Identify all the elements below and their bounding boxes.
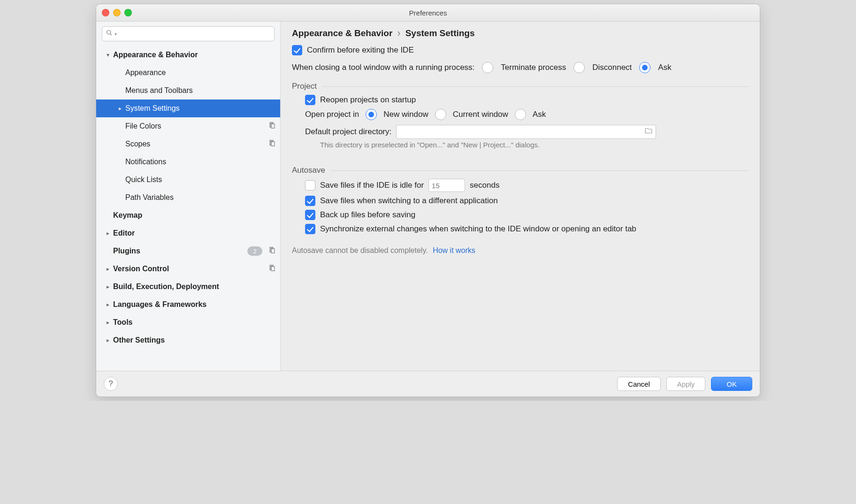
apply-button[interactable]: Apply xyxy=(666,377,706,391)
divider xyxy=(331,170,749,171)
settings-search[interactable]: ▾ xyxy=(102,26,275,41)
open-in-new-window-label: New window xyxy=(383,110,428,119)
close-tool-window-label: When closing a tool window with a runnin… xyxy=(292,63,474,72)
settings-sidebar: ▾ ▾Appearance & BehaviorAppearanceMenus … xyxy=(96,22,281,371)
sidebar-item-menus-and-toolbars[interactable]: Menus and Toolbars xyxy=(96,82,280,99)
autosave-note-text: Autosave cannot be disabled completely. xyxy=(292,246,428,254)
close-tw-terminate-label: Terminate process xyxy=(501,63,566,72)
open-in-current-window-label: Current window xyxy=(453,110,508,119)
sidebar-item-label: Appearance xyxy=(125,69,275,77)
per-project-settings-icon xyxy=(268,264,275,274)
chevron-right-icon[interactable]: ▸ xyxy=(115,105,125,112)
open-in-ask-radio[interactable] xyxy=(515,109,526,120)
default-dir-field[interactable] xyxy=(396,125,656,139)
sidebar-item-label: Quick Lists xyxy=(125,176,275,184)
sidebar-item-notifications[interactable]: Notifications xyxy=(96,153,280,171)
project-section-header: Project xyxy=(292,82,749,91)
autosave-idle-checkbox[interactable] xyxy=(305,180,315,191)
chevron-right-icon[interactable]: ▸ xyxy=(103,230,113,237)
autosave-idle-seconds-input[interactable] xyxy=(428,179,465,192)
autosave-sync-checkbox[interactable] xyxy=(305,224,315,234)
close-tw-disconnect-radio[interactable] xyxy=(573,62,585,73)
sidebar-item-label: Menus and Toolbars xyxy=(125,86,275,95)
sidebar-item-label: Version Control xyxy=(113,265,268,273)
sidebar-item-version-control[interactable]: ▸Version Control xyxy=(96,260,280,278)
autosave-switch-app-checkbox[interactable] xyxy=(305,196,315,206)
autosave-section-header: Autosave xyxy=(292,166,749,175)
search-dropdown-icon[interactable]: ▾ xyxy=(115,31,117,37)
sidebar-item-plugins[interactable]: Plugins2 xyxy=(96,242,280,260)
sidebar-item-build-execution-deployment[interactable]: ▸Build, Execution, Deployment xyxy=(96,278,280,296)
sidebar-item-quick-lists[interactable]: Quick Lists xyxy=(96,171,280,189)
sidebar-item-label: Path Variables xyxy=(125,193,275,202)
reopen-projects-label: Reopen projects on startup xyxy=(320,95,416,105)
autosave-switch-app-label: Save files when switching to a different… xyxy=(320,196,498,206)
sidebar-item-appearance-behavior[interactable]: ▾Appearance & Behavior xyxy=(96,46,280,64)
default-dir-label: Default project directory: xyxy=(305,127,391,137)
sidebar-item-tools[interactable]: ▸Tools xyxy=(96,313,280,331)
chevron-right-icon[interactable]: ▸ xyxy=(103,283,113,290)
sidebar-item-file-colors[interactable]: File Colors xyxy=(96,117,280,135)
open-in-new-window-radio[interactable] xyxy=(366,109,377,120)
open-in-current-window-radio[interactable] xyxy=(435,109,446,120)
sidebar-item-label: Keymap xyxy=(113,211,275,220)
sidebar-item-keymap[interactable]: Keymap xyxy=(96,206,280,224)
window-controls xyxy=(102,9,132,16)
settings-content: Appearance & Behavior › System Settings … xyxy=(281,22,760,371)
close-tw-disconnect-label: Disconnect xyxy=(592,63,632,72)
sidebar-item-label: Editor xyxy=(113,229,275,237)
breadcrumb-root: Appearance & Behavior xyxy=(292,28,392,38)
ok-button[interactable]: OK xyxy=(711,377,752,391)
chevron-right-icon[interactable]: ▸ xyxy=(103,319,113,326)
sidebar-item-label: Build, Execution, Deployment xyxy=(113,283,275,291)
project-section-title: Project xyxy=(292,82,317,91)
default-dir-input[interactable] xyxy=(399,128,644,137)
open-project-in-label: Open project in xyxy=(305,110,359,119)
browse-folder-icon[interactable] xyxy=(644,127,653,137)
close-window-button[interactable] xyxy=(102,9,109,16)
autosave-backup-label: Back up files before saving xyxy=(320,210,415,220)
reopen-projects-checkbox[interactable] xyxy=(305,95,315,105)
sidebar-item-label: Languages & Frameworks xyxy=(113,300,275,309)
sidebar-item-path-variables[interactable]: Path Variables xyxy=(96,189,280,206)
divider xyxy=(322,86,749,87)
autosave-how-it-works-link[interactable]: How it works xyxy=(433,246,475,254)
sidebar-item-scopes[interactable]: Scopes xyxy=(96,135,280,153)
sidebar-item-editor[interactable]: ▸Editor xyxy=(96,224,280,242)
chevron-right-icon[interactable]: ▸ xyxy=(103,266,113,272)
sidebar-item-other-settings[interactable]: ▸Other Settings xyxy=(96,331,280,349)
per-project-settings-icon xyxy=(268,139,275,149)
sidebar-item-label: Other Settings xyxy=(113,336,275,344)
chevron-down-icon[interactable]: ▾ xyxy=(103,52,113,58)
sidebar-item-appearance[interactable]: Appearance xyxy=(96,64,280,82)
zoom-window-button[interactable] xyxy=(124,9,132,16)
per-project-settings-icon xyxy=(268,122,275,131)
settings-search-input[interactable] xyxy=(120,30,270,38)
sidebar-item-label: Notifications xyxy=(125,158,275,166)
sidebar-item-languages-frameworks[interactable]: ▸Languages & Frameworks xyxy=(96,296,280,313)
close-tw-terminate-radio[interactable] xyxy=(482,62,493,73)
sidebar-item-label: System Settings xyxy=(125,104,275,113)
sidebar-item-label: Tools xyxy=(113,318,275,327)
confirm-exit-checkbox[interactable] xyxy=(292,45,302,55)
autosave-note: Autosave cannot be disabled completely. … xyxy=(292,246,749,255)
help-button[interactable]: ? xyxy=(104,377,118,391)
sidebar-item-system-settings[interactable]: ▸System Settings xyxy=(96,99,280,117)
sidebar-item-label: Appearance & Behavior xyxy=(113,51,275,59)
per-project-settings-icon xyxy=(268,246,275,256)
minimize-window-button[interactable] xyxy=(113,9,121,16)
autosave-section-title: Autosave xyxy=(292,166,325,175)
autosave-idle-prefix: Save files if the IDE is idle for xyxy=(320,181,424,190)
autosave-sync-label: Synchronize external changes when switch… xyxy=(320,224,636,234)
autosave-backup-checkbox[interactable] xyxy=(305,210,315,220)
close-tw-ask-radio[interactable] xyxy=(639,62,650,73)
open-in-ask-label: Ask xyxy=(533,110,546,119)
sidebar-item-label: Scopes xyxy=(125,140,268,148)
cancel-button[interactable]: Cancel xyxy=(617,377,661,391)
sidebar-item-label: Plugins xyxy=(113,247,247,255)
chevron-right-icon[interactable]: ▸ xyxy=(103,337,113,344)
preferences-window: Preferences ▾ ▾Appearance & BehaviorAppe… xyxy=(96,4,760,397)
dialog-footer: ? Cancel Apply OK xyxy=(96,371,760,397)
chevron-right-icon[interactable]: ▸ xyxy=(103,301,113,308)
update-count-badge: 2 xyxy=(247,246,262,256)
